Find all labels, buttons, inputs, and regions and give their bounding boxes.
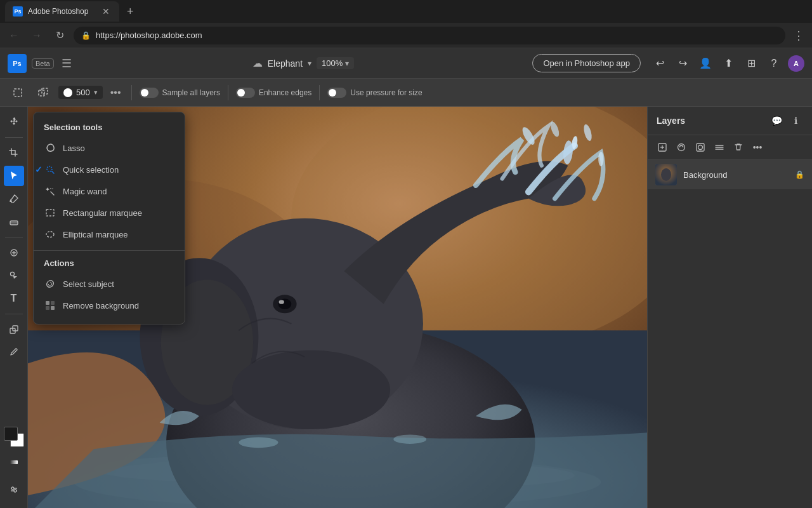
quick-selection-icon: [44, 163, 56, 176]
rectangular-marquee-item[interactable]: Rectangular marquee: [34, 202, 185, 224]
toolbar-divider-3: [319, 85, 320, 100]
tool-crop[interactable]: [4, 143, 24, 163]
group-icon: [715, 143, 724, 152]
mask-icon: [696, 143, 705, 152]
svg-point-38: [393, 434, 426, 444]
svg-point-37: [239, 438, 278, 448]
tool-gradient[interactable]: [4, 452, 24, 472]
zoom-dropdown-icon: ▾: [345, 59, 349, 68]
person-icon[interactable]: 👤: [697, 55, 714, 72]
tab-close-button[interactable]: ✕: [100, 6, 112, 17]
tool-brush[interactable]: [4, 189, 24, 209]
tool-shape[interactable]: [4, 319, 24, 340]
redo-button[interactable]: ↪: [674, 55, 691, 72]
photoshop-logo: Ps: [8, 54, 27, 73]
select-subject-item[interactable]: Select subject: [34, 273, 185, 295]
svg-point-14: [11, 487, 14, 490]
sample-all-layers-toggle-group: Sample all layers: [140, 88, 220, 98]
new-tab-button[interactable]: +: [122, 3, 139, 21]
layer-lock-icon: 🔒: [795, 170, 804, 179]
svg-rect-53: [697, 144, 704, 151]
quick-selection-label: Quick selection: [63, 165, 119, 175]
undo-button[interactable]: ↩: [651, 55, 669, 72]
tab-title: Adobe Photoshop: [28, 7, 95, 16]
svg-line-40: [51, 192, 54, 195]
adjustment-icon: [677, 143, 686, 152]
remove-background-item[interactable]: Remove background: [34, 295, 185, 316]
forward-button[interactable]: →: [28, 27, 46, 44]
elliptical-marquee-icon: [44, 228, 56, 241]
rectangular-marquee-label: Rectangular marquee: [63, 208, 142, 218]
hamburger-menu-button[interactable]: ☰: [59, 54, 74, 73]
pressure-toggle-group: Use pressure for size: [327, 88, 422, 98]
tool-move[interactable]: [4, 112, 24, 132]
svg-point-15: [14, 490, 16, 492]
more-layer-options-button[interactable]: •••: [749, 139, 766, 156]
tool-heal[interactable]: [4, 243, 24, 263]
sample-all-layers-toggle[interactable]: [140, 88, 159, 98]
right-layers-panel: Layers 💬 ℹ •••: [647, 107, 812, 508]
fg-bg-swatch[interactable]: [4, 427, 24, 447]
remove-background-label: Remove background: [63, 301, 139, 311]
tab-bar: Ps Adobe Photoshop ✕ +: [0, 0, 812, 23]
magic-wand-item[interactable]: Magic wand: [34, 180, 185, 202]
layer-item-background[interactable]: Background 🔒: [648, 160, 812, 189]
selection-dropdown-menu: Selection tools Lasso Quick selection Ma…: [33, 112, 185, 324]
refresh-button[interactable]: ↻: [51, 27, 69, 44]
lasso-tool-item[interactable]: Lasso: [34, 137, 185, 159]
share-icon[interactable]: ⬆: [719, 55, 737, 72]
svg-point-44: [46, 232, 54, 237]
sample-all-layers-label: Sample all layers: [162, 88, 220, 97]
pressure-toggle[interactable]: [327, 88, 346, 98]
delete-icon: [734, 143, 743, 152]
user-avatar[interactable]: A: [788, 55, 804, 72]
dropdown-divider: [34, 250, 185, 251]
back-button[interactable]: ←: [5, 27, 23, 44]
mask-button[interactable]: [692, 139, 709, 156]
app-header: Ps Beta ☰ ☁ Elephant ▾ 100% ▾ Open in Ph…: [0, 48, 812, 79]
panel-action-buttons: 💬 ℹ: [769, 113, 803, 128]
adjustment-layer-button[interactable]: [673, 139, 690, 156]
selection-add-button[interactable]: [33, 85, 53, 100]
more-options-button[interactable]: •••: [108, 84, 124, 101]
crop-icon: [9, 148, 19, 158]
brush-size-dropdown-icon: ▾: [94, 88, 98, 97]
address-bar[interactable]: 🔒 https://photoshop.adobe.com: [74, 27, 785, 44]
elliptical-marquee-item[interactable]: Elliptical marquee: [34, 224, 185, 245]
tool-eraser[interactable]: [4, 211, 24, 232]
tool-adjust[interactable]: [4, 480, 24, 500]
group-layer-button[interactable]: [711, 139, 728, 156]
enhance-edges-toggle[interactable]: [236, 88, 255, 98]
grid-icon[interactable]: ⊞: [742, 55, 760, 72]
add-layer-button[interactable]: [654, 139, 671, 156]
file-name-dropdown-icon[interactable]: ▾: [308, 59, 311, 68]
magic-wand-icon: [44, 185, 56, 197]
pressure-label: Use pressure for size: [350, 88, 422, 97]
layers-chat-icon[interactable]: 💬: [769, 113, 784, 128]
tool-type[interactable]: T: [4, 288, 24, 309]
gradient-icon: [9, 457, 19, 467]
open-in-photoshop-button[interactable]: Open in Photoshop app: [532, 54, 641, 72]
canvas-area: Selection tools Lasso Quick selection Ma…: [28, 107, 647, 508]
quick-selection-item[interactable]: Quick selection: [34, 159, 185, 180]
active-tab[interactable]: Ps Adobe Photoshop ✕: [5, 1, 119, 22]
help-icon[interactable]: ?: [765, 55, 783, 72]
selection-tools-header: Selection tools: [34, 120, 185, 137]
eyedropper-icon: [9, 347, 19, 358]
layers-info-icon[interactable]: ℹ: [788, 113, 803, 128]
svg-rect-46: [51, 301, 55, 305]
selection-new-button[interactable]: [8, 85, 28, 100]
svg-rect-0: [14, 89, 22, 97]
foreground-color-swatch[interactable]: [4, 427, 18, 441]
color-swatch-area: [4, 427, 24, 478]
tool-clone[interactable]: [4, 265, 24, 286]
header-actions: ↩ ↪ 👤 ⬆ ⊞ ? A: [651, 55, 804, 72]
delete-layer-button[interactable]: [730, 139, 747, 156]
brush-size-control[interactable]: 500 ▾: [58, 86, 103, 99]
browser-menu-button[interactable]: ⋮: [790, 26, 807, 45]
tool-selection[interactable]: [4, 166, 24, 186]
svg-rect-48: [51, 306, 55, 310]
zoom-control[interactable]: 100% ▾: [317, 57, 354, 69]
tool-eyedropper[interactable]: [4, 342, 24, 363]
eraser-icon: [9, 217, 19, 227]
